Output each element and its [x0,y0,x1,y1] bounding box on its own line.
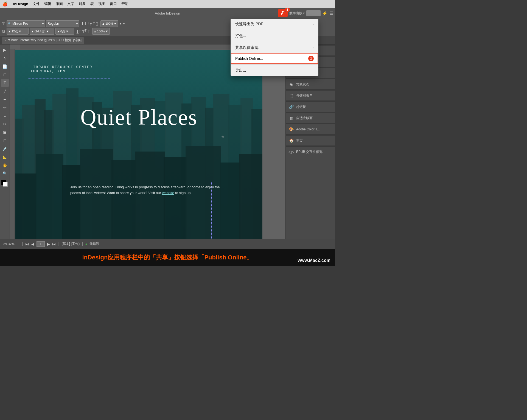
menu-publish-online[interactable]: Publish Online... 2 [231,53,318,64]
tool-hand[interactable]: ✋ [1,161,9,169]
svg-rect-30 [220,163,240,239]
tt-caps[interactable]: T [93,22,95,26]
app-title-bar: Adobe InDesign 1 数字出版 ▾ ⚡ ☰ [0,8,335,19]
panel-epub-preview[interactable]: ◁▷ EPUB 交互性预览 [286,147,335,157]
menu-export-pdf[interactable]: 快速导出为 PDF... › [231,19,318,29]
page-prev-button[interactable]: ◀ [31,242,34,246]
panel-liquid-layout[interactable]: ▦ 自适应版面 [286,113,335,123]
tool-rect[interactable]: □ [1,137,9,144]
tracking-input[interactable]: ▲ 0点 ▼ [55,28,74,35]
font-selector[interactable]: 🔍 Minion Pro ▾ [7,20,45,27]
svg-rect-24 [62,165,81,239]
object-states-icon: ◉ [288,82,294,87]
menu-file[interactable]: 文件 [33,1,40,6]
menu-view[interactable]: 视图 [98,1,105,6]
hyperlinks-icon: 🔗 [288,104,294,110]
left-toolbox: ▶ ↖ 📄 ⊞ T ╱ ✒ ✏ ⬧ ✂ ▣ □ 💉 📐 ✋ 🔍 [0,44,10,239]
flyer-content: LIBRARY RESOURCE CENTER THURSDAY, 7PM Qu… [15,50,262,239]
tool-page[interactable]: 📄 [1,63,9,70]
tab-close-button[interactable]: × [4,39,6,42]
tool-pencil[interactable]: ✏ [1,104,9,111]
menu-help[interactable]: 帮助 [121,1,128,6]
tt-big[interactable]: TT [81,21,87,26]
status-separator3: | [82,242,83,247]
tracking-value: 0点 [60,29,65,33]
status-separator2: | [58,242,59,247]
page-first-button[interactable]: ⏮ [25,242,29,246]
menu-table[interactable]: 表 [90,1,94,6]
status-separator1: | [22,242,23,247]
menu-layout[interactable]: 版面 [56,1,63,6]
toolbar-right-area: 1 数字出版 ▾ ⚡ ☰ [278,9,333,17]
status-bar: 39.37% | ⏮ ◀ ▶ ⏭ | [基本] (工作) | ● 无错误 [0,239,335,249]
annotation-text: inDesign应用程序栏中的「共享」按钮选择「Publish Online」 [82,253,253,262]
menu-edit[interactable]: 编辑 [44,1,51,6]
tt-a2[interactable]: TT [82,29,87,34]
menu-lines-icon[interactable]: ☰ [329,11,333,16]
tool-pen[interactable]: ✒ [1,96,9,103]
master-page-icon: 🏠 [288,138,294,143]
size-input[interactable]: ▲ 12点 ▼ [7,28,29,35]
tool-select[interactable]: ▶ [1,46,9,54]
tt-sub[interactable]: T̲ [96,22,98,26]
lightning-icon[interactable]: ⚡ [322,11,328,16]
menu-object[interactable]: 对象 [79,1,86,6]
buttons-forms-icon: ⬚ [288,93,294,98]
tt-small[interactable]: TT [88,21,92,26]
panel-buttons-forms[interactable]: ⬚ 按钮和表单 [286,91,335,101]
apple-menu[interactable]: 🍎 [2,1,8,7]
panel-button-right1[interactable]: ▾ [119,22,122,25]
zoom-input-2[interactable]: ▲ 100% ▼ [92,28,110,35]
panel-button-right2[interactable]: ▾ [123,22,125,25]
website-link[interactable]: website [162,191,174,195]
tool-direct-select[interactable]: ↖ [1,54,9,62]
share-icon [280,10,285,16]
document-tab[interactable]: × *Share_interactivity.indd @ 39% [GPU 预… [2,37,84,44]
page-next-button[interactable]: ▶ [47,242,50,246]
app-title: Adobe InDesign [155,11,180,15]
status-message: 无错误 [89,242,99,246]
tool-type[interactable]: T [1,79,9,87]
page-number-input[interactable] [37,241,45,247]
color-swatch-area[interactable] [1,180,9,188]
document-canvas: LIBRARY RESOURCE CENTER THURSDAY, 7PM Qu… [15,50,262,239]
menu-package[interactable]: 打包... [231,31,318,41]
font-style-selector[interactable]: Regular ▾ [46,20,79,27]
menu-text[interactable]: 文字 [67,1,74,6]
panel-object-states[interactable]: ◉ 对象状态 [286,79,335,89]
flyer-top-text: LIBRARY RESOURCE CENTER THURSDAY, 7PM [30,65,92,73]
tt-a3[interactable]: T [88,29,90,33]
font-size-value: 12点 [12,29,18,33]
text-transform-group: TT TT T T̲ [81,21,98,26]
watermark: www.MacZ.com [298,258,330,263]
font-size-input[interactable]: ▲ 100% ▼ [100,20,118,27]
svg-rect-22 [15,173,37,239]
tool-gap[interactable]: ⊞ [1,71,9,79]
tool-scissors[interactable]: ✂ [1,120,9,128]
tool-line[interactable]: ╱ [1,87,9,95]
tool-rect-frame[interactable]: ▣ [1,128,9,136]
text-style-group2: T̲T TT T [76,29,90,34]
leading-value: (14.4点) [35,29,46,33]
tool-measure[interactable]: 📐 [1,153,9,161]
font-search-icon: 🔍 [8,22,11,25]
menu-window[interactable]: 窗口 [110,1,117,6]
panel-hyperlinks[interactable]: 🔗 超链接 [286,102,335,112]
search-box-right[interactable] [306,10,321,16]
tt-a1[interactable]: T̲T [76,29,81,33]
menu-share-review[interactable]: 共享以供审阅... › [231,43,318,53]
leading-input[interactable]: ▲ (14.4点) ▼ [30,28,54,35]
tool-eyedropper[interactable]: 💉 [1,145,9,153]
panel-master-page[interactable]: 🏠 主页 [286,136,335,146]
para-label: 段 [2,29,5,34]
digital-publish-button[interactable]: 数字出版 ▾ [289,11,305,16]
tool-zoom[interactable]: 🔍 [1,170,9,177]
share-button[interactable]: 1 [278,9,288,17]
workspace-label: [基本] (工作) [61,242,80,246]
page-last-button[interactable]: ⏭ [52,242,56,246]
panel-adobe-color[interactable]: 🎨 Adobe Color T... [286,124,335,135]
menu-export[interactable]: 导出... [231,65,318,76]
tool-eraser[interactable]: ⬧ [1,112,9,120]
dropdown-menu: 快速导出为 PDF... › 打包... 共享以供审阅... › Publish… [231,19,318,76]
svg-rect-31 [239,154,262,239]
